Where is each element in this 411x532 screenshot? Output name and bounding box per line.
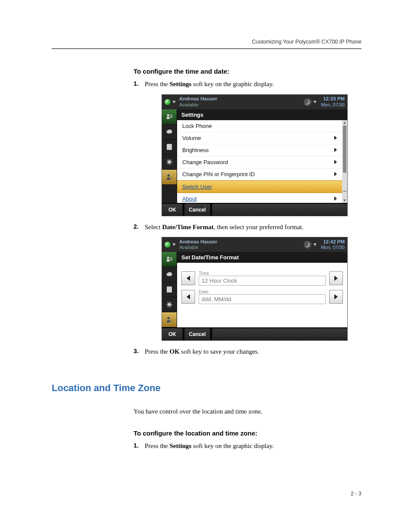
triangle-right-icon — [334, 276, 338, 281]
page-number: 2 - 3 — [351, 491, 361, 497]
tab-help[interactable]: ? — [162, 312, 177, 327]
svg-rect-2 — [170, 115, 172, 115]
time-field-label: Time — [199, 271, 326, 276]
contacts-icon — [165, 255, 173, 263]
date-next-button[interactable] — [329, 290, 343, 304]
clock-date: Mon, 07/30 — [321, 245, 345, 250]
voicemail-icon — [165, 128, 173, 136]
scroll-thumb[interactable] — [343, 125, 346, 173]
svg-rect-22 — [168, 290, 171, 290]
step-text-pre: Press the — [145, 81, 170, 87]
svg-text:?: ? — [171, 319, 173, 323]
softkey-bar: OK Cancel — [162, 327, 347, 340]
chevron-right-icon — [334, 172, 337, 176]
settings-item-lock-phone[interactable]: Lock Phone — [177, 120, 342, 132]
chevron-right-icon — [334, 196, 337, 201]
settings-item-about[interactable]: About — [177, 193, 342, 203]
svg-rect-7 — [168, 145, 171, 145]
contacts-icon — [165, 113, 173, 121]
side-tab-bar: ? — [162, 252, 177, 327]
phone-status-bar: Andreas Hauser Available 12:33 PM Mon, 0… — [162, 95, 347, 109]
svg-text:?: ? — [171, 176, 173, 180]
date-prev-button[interactable] — [181, 290, 195, 304]
softkey-cancel[interactable]: Cancel — [184, 328, 210, 340]
item-label: Brightness — [182, 147, 209, 153]
softkey-bar: OK Cancel — [162, 203, 347, 216]
step-text-pre: Press the — [145, 348, 170, 355]
panel-title: Settings — [177, 109, 347, 120]
tab-call-log[interactable] — [162, 140, 177, 155]
softkey-cancel[interactable]: Cancel — [184, 204, 210, 216]
voicemail-icon — [165, 271, 173, 278]
step-number: 1. — [134, 79, 139, 88]
clock-time: 12:33 PM — [321, 96, 345, 102]
svg-rect-4 — [170, 117, 172, 117]
svg-rect-17 — [170, 260, 172, 260]
phone-screenshot-datetime-format: Andreas Hauser Available 12:42 PM Mon, 0… — [162, 237, 348, 341]
softkey-spacer — [212, 328, 347, 340]
time-next-button[interactable] — [329, 271, 343, 285]
settings-item-brightness[interactable]: Brightness — [177, 144, 342, 156]
time-prev-button[interactable] — [181, 271, 195, 285]
time-format-row: Time 12 Hour Clock — [181, 271, 343, 286]
tab-contacts[interactable] — [162, 109, 177, 124]
presence-dropdown-icon — [172, 101, 176, 103]
chevron-right-icon — [334, 136, 337, 140]
item-label: Change Password — [182, 159, 228, 165]
svg-point-13 — [167, 257, 169, 259]
tab-call-log[interactable] — [162, 282, 177, 297]
step-text-post: soft key on the graphic display. — [191, 442, 274, 449]
step-1: 1. Press the Settings soft key on the gr… — [134, 79, 361, 89]
step-text-bold: Settings — [170, 442, 192, 449]
step-text-post: , then select your preferred format. — [214, 224, 304, 230]
call-forward-dropdown-icon — [313, 101, 317, 103]
help-user-icon: ? — [165, 316, 173, 324]
settings-item-change-password[interactable]: Change Password — [177, 156, 342, 168]
procedure-heading-location-timezone: To configure the location and time zone: — [134, 429, 361, 437]
tab-settings[interactable] — [162, 297, 177, 312]
side-tab-bar: ? — [162, 109, 177, 203]
date-field-value: ddd, MM/dd — [199, 294, 326, 304]
phone-screenshot-settings: Andreas Hauser Available 12:33 PM Mon, 0… — [162, 94, 348, 216]
call-forward-icon — [304, 98, 311, 106]
settings-item-volume[interactable]: Volume — [177, 132, 342, 144]
presence-indicator-icon — [165, 99, 171, 105]
clock-time: 12:42 PM — [321, 239, 345, 245]
tab-settings[interactable] — [162, 155, 177, 170]
triangle-right-icon — [334, 294, 338, 299]
step-text-bold: Settings — [170, 81, 192, 87]
step-text-post: soft key to save your changes. — [180, 348, 259, 355]
settings-list: Lock Phone Volume Brightness — [177, 120, 342, 203]
svg-point-11 — [168, 174, 170, 176]
tab-contacts[interactable] — [162, 252, 177, 267]
call-log-icon — [165, 286, 173, 293]
user-identity: Andreas Hauser Available — [179, 239, 304, 250]
item-label: About — [182, 196, 197, 202]
svg-point-24 — [168, 317, 170, 319]
tab-help[interactable]: ? — [162, 170, 177, 185]
softkey-spacer — [212, 204, 347, 216]
clock-date: Mon, 07/30 — [321, 102, 345, 107]
procedure-heading-time-date: To configure the time and date: — [134, 68, 361, 75]
settings-item-switch-user[interactable]: Switch User — [177, 180, 342, 193]
step-text-post: soft key on the graphic display. — [191, 81, 274, 87]
presence-dropdown-icon — [172, 243, 176, 246]
settings-item-change-pin[interactable]: Change PIN or Fingerprint ID — [177, 168, 342, 180]
svg-rect-8 — [168, 146, 171, 146]
item-label: Volume — [182, 135, 201, 141]
gear-icon — [165, 301, 173, 308]
datetime-panel: Set Date/Time Format Time 12 Hour Clock — [177, 252, 347, 327]
chevron-right-icon — [334, 160, 337, 164]
scroll-track-mark — [343, 191, 346, 192]
softkey-ok[interactable]: OK — [162, 204, 183, 216]
tab-voicemail[interactable] — [162, 267, 177, 282]
presence-text: Available — [179, 245, 198, 250]
scrollbar[interactable] — [342, 120, 347, 203]
user-name: Andreas Hauser — [179, 96, 304, 102]
svg-rect-9 — [168, 147, 171, 147]
tab-voicemail[interactable] — [162, 124, 177, 140]
softkey-ok[interactable]: OK — [162, 328, 183, 340]
svg-rect-15 — [170, 258, 172, 258]
triangle-left-icon — [187, 276, 190, 281]
presence-indicator-icon — [165, 242, 171, 248]
